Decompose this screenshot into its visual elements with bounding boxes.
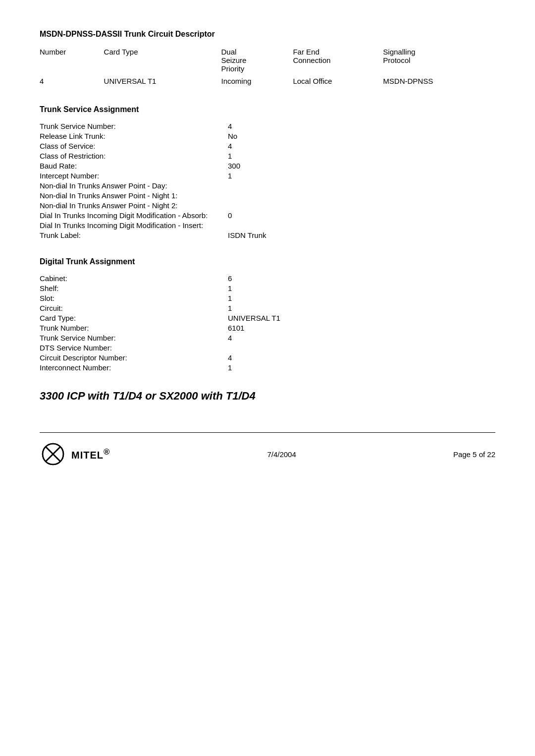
field-label: Non-dial In Trunks Answer Point - Night … (40, 191, 228, 200)
cell-number: 4 (40, 75, 104, 87)
field-label: Release Link Trunk: (40, 132, 228, 140)
field-value: 1 (228, 152, 232, 160)
field-label: Class of Service: (40, 142, 228, 150)
list-item: Release Link Trunk: No (40, 132, 495, 140)
field-value: 1 (228, 284, 232, 292)
field-value: 1 (228, 294, 232, 302)
field-value: 4 (228, 142, 232, 150)
digital-trunk-fields: Cabinet: 6 Shelf: 1 Slot: 1 Circuit: 1 C… (40, 274, 495, 372)
list-item: Trunk Service Number: 4 (40, 334, 495, 342)
field-label: Card Type: (40, 314, 228, 322)
cell-signalling: MSDN-DPNSS (383, 75, 495, 87)
col-number: Number (40, 46, 104, 75)
field-label: Trunk Service Number: (40, 334, 228, 342)
field-label: Class of Restriction: (40, 152, 228, 160)
field-value: 6 (228, 274, 232, 283)
logo-registered: ® (104, 447, 110, 457)
list-item: Trunk Service Number: 4 (40, 122, 495, 130)
list-item: Intercept Number: 1 (40, 172, 495, 180)
cell-dual-seizure: Incoming (221, 75, 293, 87)
field-value: 4 (228, 334, 232, 342)
field-value: 4 (228, 122, 232, 130)
field-value: No (228, 132, 237, 140)
field-label: Dial In Trunks Incoming Digit Modificati… (40, 211, 228, 220)
field-label: Circuit: (40, 304, 228, 312)
cell-card-type: UNIVERSAL T1 (104, 75, 221, 87)
list-item: Dial In Trunks Incoming Digit Modificati… (40, 211, 495, 220)
list-item: Baud Rate: 300 (40, 162, 495, 170)
list-item: Shelf: 1 (40, 284, 495, 292)
list-item: Interconnect Number: 1 (40, 363, 495, 372)
icp-heading: 3300 ICP with T1/D4 or SX2000 with T1/D4 (40, 390, 495, 403)
list-item: Class of Restriction: 1 (40, 152, 495, 160)
field-value: 0 (228, 211, 232, 220)
list-item: Non-dial In Trunks Answer Point - Day: (40, 181, 495, 190)
footer-date: 7/4/2004 (267, 450, 296, 459)
field-value: 300 (228, 162, 240, 170)
field-label: Non-dial In Trunks Answer Point - Day: (40, 181, 228, 190)
field-label: Circuit Descriptor Number: (40, 353, 228, 362)
table-header-row: Number Card Type DualSeizurePriority Far… (40, 46, 495, 75)
field-value: UNIVERSAL T1 (228, 314, 280, 322)
field-value: 1 (228, 172, 232, 180)
col-far-end: Far EndConnection (293, 46, 383, 75)
trunk-service-section: Trunk Service Assignment Trunk Service N… (40, 105, 495, 239)
field-label: Trunk Number: (40, 324, 228, 332)
field-label: Interconnect Number: (40, 363, 228, 372)
digital-trunk-section: Digital Trunk Assignment Cabinet: 6 Shel… (40, 257, 495, 372)
field-value: 6101 (228, 324, 244, 332)
descriptor-section: MSDN-DPNSS-DASSII Trunk Circuit Descript… (40, 30, 495, 87)
list-item: Cabinet: 6 (40, 274, 495, 283)
trunk-service-fields: Trunk Service Number: 4 Release Link Tru… (40, 122, 495, 239)
table-row: 4 UNIVERSAL T1 Incoming Local Office MSD… (40, 75, 495, 87)
col-signalling: SignallingProtocol (383, 46, 495, 75)
field-value: 4 (228, 353, 232, 362)
field-label: Intercept Number: (40, 172, 228, 180)
trunk-service-title: Trunk Service Assignment (40, 105, 495, 114)
field-label: Shelf: (40, 284, 228, 292)
list-item: Class of Service: 4 (40, 142, 495, 150)
field-label: Dial In Trunks Incoming Digit Modificati… (40, 221, 228, 230)
list-item: Non-dial In Trunks Answer Point - Night … (40, 191, 495, 200)
logo: MITEL® (40, 441, 110, 467)
footer: MITEL® 7/4/2004 Page 5 of 22 (40, 432, 495, 467)
field-label: Trunk Label: (40, 231, 228, 239)
list-item: Trunk Number: 6101 (40, 324, 495, 332)
descriptor-title: MSDN-DPNSS-DASSII Trunk Circuit Descript… (40, 30, 495, 39)
logo-icon (40, 441, 66, 467)
list-item: Card Type: UNIVERSAL T1 (40, 314, 495, 322)
col-dual-seizure: DualSeizurePriority (221, 46, 293, 75)
field-label: DTS Service Number: (40, 344, 228, 352)
field-label: Slot: (40, 294, 228, 302)
field-label: Trunk Service Number: (40, 122, 228, 130)
field-label: Non-dial In Trunks Answer Point - Night … (40, 201, 228, 210)
list-item: Non-dial In Trunks Answer Point - Night … (40, 201, 495, 210)
digital-trunk-title: Digital Trunk Assignment (40, 257, 495, 266)
logo-text: MITEL® (71, 447, 110, 461)
field-value: 1 (228, 363, 232, 372)
field-value: 1 (228, 304, 232, 312)
col-card-type: Card Type (104, 46, 221, 75)
field-label: Baud Rate: (40, 162, 228, 170)
list-item: Slot: 1 (40, 294, 495, 302)
field-label: Cabinet: (40, 274, 228, 283)
list-item: DTS Service Number: (40, 344, 495, 352)
list-item: Dial In Trunks Incoming Digit Modificati… (40, 221, 495, 230)
footer-page: Page 5 of 22 (453, 450, 495, 459)
field-value: ISDN Trunk (228, 231, 267, 239)
list-item: Trunk Label: ISDN Trunk (40, 231, 495, 239)
descriptor-table: Number Card Type DualSeizurePriority Far… (40, 46, 495, 87)
list-item: Circuit: 1 (40, 304, 495, 312)
list-item: Circuit Descriptor Number: 4 (40, 353, 495, 362)
cell-far-end: Local Office (293, 75, 383, 87)
